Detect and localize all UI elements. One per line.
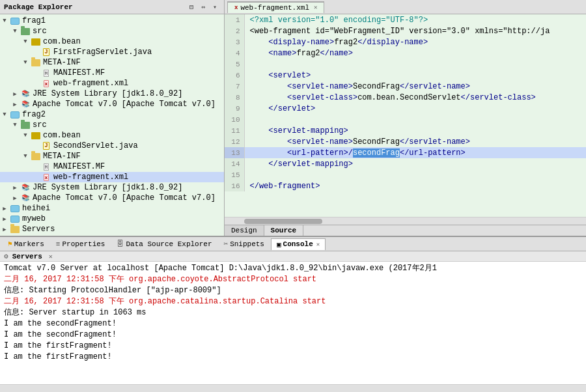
tree-label: src (33, 120, 47, 130)
tree-item-manifest2[interactable]: MMANIFEST.MF (0, 161, 224, 172)
tree-item-webfrag1[interactable]: xweb-fragment.xml (0, 78, 224, 89)
tree-arrow: ▼ (21, 132, 30, 139)
tree-arrow: ▼ (10, 28, 20, 35)
scrollbar-thumb[interactable] (244, 219, 322, 224)
tree-label: META-INF (43, 58, 81, 67)
tree-icon-folder (9, 225, 21, 234)
tree-icon-package (30, 37, 42, 46)
package-explorer-header: Package Explorer ⊟ ⇔ ▾ (0, 0, 224, 14)
tree-item-metainf1[interactable]: ▼META-INF (0, 57, 224, 68)
tree-item-myweb[interactable]: ▶myweb (0, 214, 224, 224)
tree-arrow: ▶ (0, 216, 9, 223)
tree-label: Apache Tomcat v7.0 [Apache Tomcat v7.0] (33, 100, 216, 109)
console-icon: ▣ (277, 240, 281, 249)
console-line-0: 二月 16, 2017 12:31:58 下午 org.apache.coyot… (4, 274, 582, 285)
tree-label: com.bean (43, 131, 81, 140)
editor-tab-label: web-fragment.xml (240, 4, 309, 12)
tree-icon-java: J (40, 48, 52, 57)
bottom-tab-properties[interactable]: ≡Properties (51, 239, 111, 249)
close-tab-icon[interactable]: ✕ (314, 4, 317, 11)
tree-arrow: ▶ (10, 184, 20, 191)
tree-item-tomcat1[interactable]: ▶📚Apache Tomcat v7.0 [Apache Tomcat v7.0… (0, 99, 224, 109)
tree-arrow: ▼ (0, 111, 9, 118)
line-content[interactable]: </web-fragment> (244, 180, 586, 191)
tree-item-secondservlet[interactable]: JSecondServlet.java (0, 141, 224, 151)
servers-tab[interactable]: Servers (12, 253, 42, 260)
tree-arrow: ▼ (21, 153, 30, 160)
tree-label: META-INF (43, 152, 81, 161)
tree-item-webfrag2[interactable]: xweb-fragment.xml (0, 172, 224, 182)
servers-close-icon[interactable]: ✕ (49, 253, 53, 260)
design-source-bar: Design Source (225, 225, 586, 236)
horizontal-scrollbar[interactable] (225, 217, 586, 225)
bottom-tab-markers[interactable]: ⚑Markers (3, 238, 49, 249)
line-content[interactable] (244, 114, 586, 125)
source-tab[interactable]: Source (264, 225, 304, 236)
tree-label: src (33, 27, 47, 36)
tree-arrow: ▼ (10, 122, 20, 128)
tree-item-jre2[interactable]: ▶📚JRE System Library [jdk1.8.0_92] (0, 182, 224, 193)
line-content[interactable]: <url-pattern>/secondFrag</url-pattern> (244, 147, 586, 158)
line-content[interactable]: <display-name>frag2</display-name> (244, 36, 586, 48)
code-line-5: 5 (225, 59, 586, 70)
tree-item-firstfrag[interactable]: JFirstFragServlet.java (0, 47, 224, 57)
tree-arrow: ▶ (10, 91, 20, 98)
line-number: 2 (225, 25, 244, 36)
line-content[interactable]: </servlet-mapping> (244, 158, 586, 169)
line-content[interactable]: <?xml version="1.0" encoding="UTF-8"?> (244, 14, 586, 25)
tree-item-src2[interactable]: ▼src (0, 120, 224, 130)
tree-arrow: ▶ (10, 195, 20, 202)
code-line-8: 8 <servlet-class>com.bean.SecondServlet<… (225, 92, 586, 103)
collapse-all-icon[interactable]: ⊟ (186, 2, 197, 12)
line-number: 3 (225, 36, 244, 48)
line-content[interactable]: <web-fragment id="WebFragment_ID" versio… (244, 25, 586, 36)
tree-item-manifest1[interactable]: MMANIFEST.MF (0, 68, 224, 78)
tree-item-combean2[interactable]: ▼com.bean (0, 130, 224, 141)
tree-item-frag2[interactable]: ▼frag2 (0, 109, 224, 120)
bottom-horizontal-scrollbar[interactable] (0, 384, 586, 392)
code-line-11: 11 <servlet-mapping> (225, 125, 586, 136)
link-editor-icon[interactable]: ⇔ (198, 2, 208, 12)
tree-label: JRE System Library [jdk1.8.0_92] (33, 183, 182, 192)
line-number: 10 (225, 114, 244, 125)
tree-item-tomcat2[interactable]: ▶📚Apache Tomcat v7.0 [Apache Tomcat v7.0… (0, 193, 224, 203)
tree-item-src1[interactable]: ▼src (0, 26, 224, 36)
panel-menu-icon[interactable]: ▾ (210, 2, 220, 12)
editor-tab-web-fragment[interactable]: x web-fragment.xml ✕ (227, 1, 324, 13)
tree-label: JRE System Library [jdk1.8.0_92] (33, 89, 182, 98)
line-content[interactable]: <name>frag2</name> (244, 48, 586, 59)
datasource-icon: 🗄 (117, 240, 124, 248)
line-content[interactable]: </servlet> (244, 103, 586, 114)
code-line-10: 10 (225, 114, 586, 125)
line-content[interactable]: <servlet-name>SecondFrag</servlet-name> (244, 81, 586, 92)
code-editor[interactable]: 1<?xml version="1.0" encoding="UTF-8"?>2… (225, 14, 586, 217)
tree-item-combean1[interactable]: ▼com.bean (0, 36, 224, 47)
bottom-tab-data-source-explorer[interactable]: 🗄Data Source Explorer (111, 238, 217, 249)
line-content[interactable]: <servlet-mapping> (244, 125, 586, 136)
tree-item-heihei[interactable]: ▶heihei (0, 203, 224, 214)
tree-icon-library: 📚 (20, 89, 31, 98)
line-content[interactable] (244, 169, 586, 180)
bottom-tab-snippets[interactable]: ✂Snippets (219, 238, 270, 249)
tree-item-metainf2[interactable]: ▼META-INF (0, 151, 224, 161)
line-content[interactable]: <servlet> (244, 70, 586, 81)
tree-item-frag1[interactable]: ▼frag1 (0, 16, 224, 26)
tree-item-servers[interactable]: ▶Servers (0, 224, 224, 234)
tree-label: SecondServlet.java (53, 141, 138, 150)
bottom-tab-console[interactable]: ▣Console✕ (271, 238, 326, 250)
code-line-16: 16</web-fragment> (225, 180, 586, 191)
code-line-2: 2<web-fragment id="WebFragment_ID" versi… (225, 25, 586, 36)
design-tab[interactable]: Design (225, 225, 264, 236)
tree-item-jre1[interactable]: ▶📚JRE System Library [jdk1.8.0_92] (0, 89, 224, 99)
close-tab-icon[interactable]: ✕ (316, 241, 320, 248)
tree-icon-project (9, 110, 21, 119)
line-content[interactable]: <servlet-name>SecondFrag</servlet-name> (244, 136, 586, 147)
code-line-6: 6 <servlet> (225, 70, 586, 81)
line-content[interactable] (244, 59, 586, 70)
tree-label: MANIFEST.MF (53, 162, 105, 171)
highlighted-word: secondFrag (353, 148, 400, 158)
console-line-7: I am the firstFragment! (4, 352, 582, 363)
line-content[interactable]: <servlet-class>com.bean.SecondServlet</s… (244, 92, 586, 103)
tree-label: web-fragment.xml (53, 79, 128, 88)
file-tree: ▼frag1▼src▼com.beanJFirstFragServlet.jav… (0, 14, 224, 236)
